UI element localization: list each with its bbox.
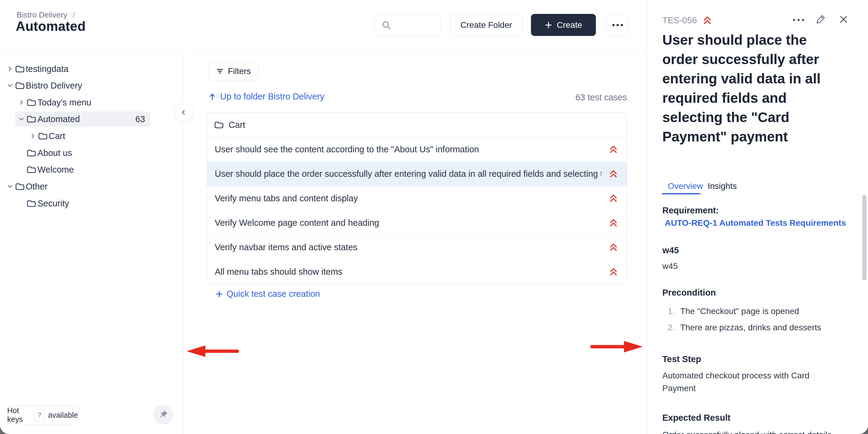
tabs-divider bbox=[647, 194, 868, 195]
folder-icon bbox=[27, 149, 36, 158]
precondition-item: 1.The "Checkout" page is opened bbox=[668, 307, 849, 316]
sidebar-item-automated[interactable]: Automated63 bbox=[0, 112, 169, 127]
test-case-title: User should place the order successfully… bbox=[215, 169, 601, 179]
folder-icon bbox=[27, 98, 36, 108]
list-number: 1. bbox=[668, 307, 675, 316]
sidebar-item-about-us[interactable]: About us bbox=[0, 145, 169, 161]
sidebar-collapse-button[interactable] bbox=[174, 103, 193, 122]
test-case-row[interactable]: Verify Welcome page content and heading bbox=[207, 210, 627, 235]
priority-highest-icon bbox=[608, 217, 619, 229]
requirement-link[interactable]: AUTO-REQ-1 Automated Tests Requirements bbox=[665, 218, 846, 228]
chevron-left-icon bbox=[180, 109, 187, 116]
test-case-title: User should see the content according to… bbox=[215, 144, 479, 154]
folder-icon bbox=[27, 115, 36, 124]
chevron-down-icon[interactable] bbox=[18, 116, 25, 124]
test-case-row[interactable]: User should see the content according to… bbox=[207, 137, 627, 162]
hotkeys-hint: Hot keys ? available bbox=[7, 406, 78, 424]
sidebar-item-welcome[interactable]: Welcome bbox=[0, 162, 169, 177]
folder-icon bbox=[27, 166, 36, 175]
quick-create-label: Quick test case creation bbox=[226, 289, 320, 299]
precondition-label: Precondition bbox=[662, 288, 716, 298]
sidebar-item-security[interactable]: Security bbox=[0, 196, 169, 211]
page-title: Automated bbox=[16, 19, 86, 34]
test-case-detail-panel: TES-056 User should place the order succ… bbox=[647, 0, 868, 434]
test-case-title: Verify navbar items and active states bbox=[215, 242, 357, 252]
hotkeys-suffix: available bbox=[48, 411, 78, 419]
chevron-right-icon[interactable] bbox=[30, 133, 36, 141]
folder-icon bbox=[27, 200, 36, 209]
pin-button[interactable] bbox=[153, 405, 173, 425]
priority-highest-icon bbox=[608, 193, 619, 205]
edit-pencil-button[interactable] bbox=[815, 13, 827, 26]
up-to-folder-link[interactable]: Up to folder Bistro Delivery bbox=[208, 92, 324, 102]
test-case-row[interactable]: Verify menu tabs and content display bbox=[207, 186, 627, 210]
test-case-count: 63 test cases bbox=[536, 92, 627, 103]
folder-icon bbox=[15, 65, 25, 74]
folder-label: Security bbox=[37, 199, 69, 208]
header-divider bbox=[0, 51, 647, 51]
more-options-button[interactable] bbox=[606, 14, 629, 36]
folder-label: testingdata bbox=[26, 64, 68, 74]
search-icon bbox=[381, 20, 392, 30]
filters-button[interactable]: Filters bbox=[208, 62, 258, 80]
create-folder-button[interactable]: Create Folder bbox=[450, 14, 523, 36]
panel-scrollbar[interactable] bbox=[862, 195, 867, 281]
folder-row-cart[interactable]: Cart bbox=[207, 113, 627, 137]
close-panel-button[interactable] bbox=[839, 15, 848, 25]
w45-field-label: w45 bbox=[662, 245, 679, 255]
test-step-value: Automated checkout process with Card Pay… bbox=[662, 369, 832, 395]
search-input[interactable] bbox=[374, 14, 440, 36]
test-case-title: User should place the order successfully… bbox=[662, 30, 839, 146]
folder-label: Today's menu bbox=[37, 97, 91, 108]
up-to-folder-label: Up to folder Bistro Delivery bbox=[220, 92, 324, 102]
w45-field-value: w45 bbox=[662, 260, 678, 272]
filter-icon bbox=[216, 67, 224, 76]
folder-label: Automated bbox=[37, 114, 80, 124]
folder-label: Bistro Delivery bbox=[26, 81, 82, 91]
folder-icon bbox=[15, 82, 25, 91]
folder-label: Welcome bbox=[37, 165, 74, 175]
requirement-label: Requirement: bbox=[662, 205, 719, 215]
priority-highest-icon bbox=[702, 15, 713, 26]
sidebar-item-testingdata[interactable]: testingdata bbox=[0, 61, 169, 77]
annotation-arrow-right-icon bbox=[590, 339, 645, 356]
folder-count: 63 bbox=[135, 114, 144, 124]
breadcrumb-project[interactable]: Bistro Delivery bbox=[17, 10, 67, 20]
chevron-down-icon[interactable] bbox=[7, 82, 13, 90]
arrow-up-icon bbox=[208, 92, 217, 101]
folder-icon bbox=[38, 132, 48, 141]
question-key[interactable]: ? bbox=[34, 409, 45, 421]
priority-highest-icon bbox=[608, 168, 619, 180]
plus-icon bbox=[216, 290, 223, 298]
quick-test-case-creation-link[interactable]: Quick test case creation bbox=[216, 289, 320, 299]
priority-highest-icon bbox=[608, 266, 619, 278]
plus-icon bbox=[545, 21, 552, 29]
test-case-row[interactable]: Verify navbar items and active states bbox=[207, 235, 627, 259]
ellipsis-icon bbox=[611, 23, 624, 27]
app-window: Bistro Delivery / Automated Create Folde… bbox=[0, 0, 868, 434]
test-case-row[interactable]: All menu tabs should show items bbox=[207, 259, 627, 284]
sidebar-item-bistro-delivery[interactable]: Bistro Delivery bbox=[0, 78, 169, 93]
tab-overview[interactable]: Overview bbox=[668, 181, 703, 191]
sidebar-item-other[interactable]: Other bbox=[0, 179, 169, 194]
chevron-right-icon[interactable] bbox=[7, 65, 13, 74]
sidebar-item-cart[interactable]: Cart bbox=[0, 128, 169, 144]
sidebar-item-today-s-menu[interactable]: Today's menu bbox=[0, 95, 169, 110]
case-id: TES-056 bbox=[662, 16, 697, 25]
folder-label: About us bbox=[37, 148, 72, 158]
list-number: 2. bbox=[668, 323, 675, 332]
test-case-title: All menu tabs should show items bbox=[215, 267, 342, 277]
test-case-title: Verify Welcome page content and heading bbox=[215, 218, 379, 228]
panel-more-button[interactable] bbox=[792, 18, 805, 23]
test-case-row[interactable]: User should place the order successfully… bbox=[207, 162, 627, 186]
folder-icon bbox=[15, 182, 25, 192]
expected-result-value: Order successfully placed with correct d… bbox=[662, 429, 843, 434]
test-step-label: Test Step bbox=[662, 354, 701, 364]
create-button[interactable]: Create bbox=[531, 14, 596, 36]
breadcrumb-separator: / bbox=[73, 10, 75, 20]
chevron-down-icon[interactable] bbox=[7, 183, 13, 191]
tab-insights[interactable]: Insights bbox=[708, 181, 737, 191]
precondition-text: There are pizzas, drinks and desserts bbox=[680, 323, 821, 332]
chevron-right-icon[interactable] bbox=[18, 99, 25, 107]
filters-label: Filters bbox=[228, 66, 251, 76]
